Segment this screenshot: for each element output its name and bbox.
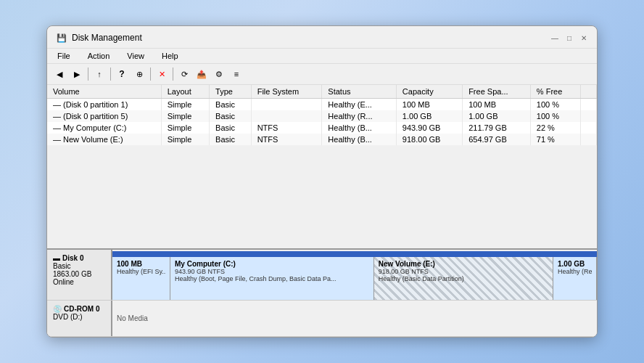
disk0-icon: ▬ (53, 254, 60, 262)
back-button[interactable]: ◀ (51, 66, 67, 82)
title-bar-left: 💾 Disk Management (56, 32, 142, 44)
cell-free: 100 MB (463, 99, 531, 111)
cell-fs (251, 99, 322, 111)
properties-button[interactable]: ⚙ (211, 66, 227, 82)
close-button[interactable]: ✕ (579, 33, 588, 42)
menu-file[interactable]: File (53, 50, 75, 62)
minimize-button[interactable]: — (550, 33, 559, 42)
cell-free: 1.00 GB (463, 110, 531, 122)
cell-fs: NTFS (251, 122, 322, 134)
partition-c-status: Healthy (Boot, Page File, Crash Dump, Ba… (175, 275, 369, 282)
cell-type: Basic (210, 122, 252, 134)
cdrom0-label: 💿 CD-ROM 0 DVD (D:) (47, 301, 112, 336)
table-row[interactable]: — (Disk 0 partition 5) Simple Basic Heal… (47, 110, 597, 122)
title-bar: 💾 Disk Management — □ ✕ (47, 26, 597, 49)
cell-fs: NTFS (251, 134, 322, 145)
partition-c[interactable]: My Computer (C:) 943.90 GB NTFS Healthy … (170, 257, 374, 300)
cdrom0-icon: 💿 (53, 305, 62, 313)
cell-layout: Simple (161, 122, 209, 134)
cell-fs (251, 110, 322, 122)
cell-layout: Simple (161, 110, 209, 122)
cell-volume: — My Computer (C:) (47, 122, 161, 134)
partitions-row: 100 MB Healthy (EFI Sy... My Computer (C… (112, 257, 597, 300)
toolbar-separator-2 (110, 68, 111, 81)
toolbar-separator-3 (150, 68, 151, 81)
table-row[interactable]: — (Disk 0 partition 1) Simple Basic Heal… (47, 99, 597, 111)
partition-recovery-status: Healthy (Recovery Partiti... (558, 268, 592, 275)
cell-free: 654.97 GB (463, 134, 531, 145)
col-status: Status (322, 85, 397, 99)
cdrom0-row: 💿 CD-ROM 0 DVD (D:) No Media (47, 301, 597, 337)
partition-efi[interactable]: 100 MB Healthy (EFI Sy... (112, 257, 170, 300)
menu-action[interactable]: Action (83, 50, 115, 62)
cell-volume: — (Disk 0 partition 5) (47, 110, 161, 122)
main-content: Volume Layout Type File System Status Ca… (47, 85, 597, 337)
cell-extra (580, 99, 596, 111)
menu-view[interactable]: View (123, 50, 149, 62)
export-button[interactable]: 📤 (194, 66, 210, 82)
col-layout: Layout (161, 85, 209, 99)
settings-button[interactable]: ≡ (228, 66, 244, 82)
partition-e[interactable]: New Volume (E:) 918.00 GB NTFS Healthy (… (374, 257, 553, 300)
cell-type: Basic (210, 110, 252, 122)
col-capacity: Capacity (396, 85, 462, 99)
partition-e-name: New Volume (E:) (379, 260, 548, 268)
cell-capacity: 918.00 GB (396, 134, 462, 145)
menu-help[interactable]: Help (157, 50, 183, 62)
partition-efi-status: Healthy (EFI Sy... (117, 268, 165, 275)
up-button[interactable]: ↑ (91, 66, 107, 82)
cell-volume: — New Volume (E:) (47, 134, 161, 145)
refresh-button[interactable]: ⟳ (176, 66, 192, 82)
menu-bar: File Action View Help (47, 49, 597, 64)
cell-extra (580, 134, 596, 145)
disk0-size: 1863.00 GB (53, 270, 105, 278)
cell-volume: — (Disk 0 partition 1) (47, 99, 161, 111)
partition-c-name: My Computer (C:) (175, 260, 369, 268)
disk0-bar (112, 251, 597, 257)
maximize-button[interactable]: □ (565, 33, 574, 42)
delete-button[interactable]: ✕ (154, 66, 170, 82)
cell-layout: Simple (161, 99, 209, 111)
cell-percent: 22 % (530, 122, 580, 134)
toolbar-separator-4 (173, 68, 173, 81)
col-free: Free Spa... (463, 85, 531, 99)
cell-status: Healthy (R... (322, 110, 397, 122)
cell-capacity: 1.00 GB (396, 110, 462, 122)
disk-area: ▬ Disk 0 Basic 1863.00 GB Online 100 MB … (47, 250, 597, 337)
cell-percent: 100 % (530, 99, 580, 111)
col-extra (580, 85, 596, 99)
table-body: — (Disk 0 partition 1) Simple Basic Heal… (47, 99, 597, 146)
help-button[interactable]: ? (114, 66, 130, 82)
cell-status: Healthy (B... (322, 134, 397, 145)
toolbar-separator-1 (88, 68, 88, 81)
forward-button[interactable]: ▶ (69, 66, 85, 82)
window-controls: — □ ✕ (550, 33, 588, 42)
toolbar: ◀ ▶ ↑ ? ⊕ ✕ ⟳ 📤 ⚙ ≡ (47, 64, 597, 85)
connect-button[interactable]: ⊕ (131, 66, 147, 82)
cell-free: 211.79 GB (463, 122, 531, 134)
table-row[interactable]: — My Computer (C:) Simple Basic NTFS Hea… (47, 122, 597, 134)
disk0-status: Online (53, 278, 105, 286)
cell-capacity: 100 MB (396, 99, 462, 111)
cell-type: Basic (210, 99, 252, 111)
cell-capacity: 943.90 GB (396, 122, 462, 134)
disk0-type: Basic (53, 262, 105, 270)
col-percent: % Free (530, 85, 580, 99)
cdrom0-status: No Media (117, 314, 148, 322)
col-filesystem: File System (251, 85, 322, 99)
table-row[interactable]: — New Volume (E:) Simple Basic NTFS Heal… (47, 134, 597, 145)
cell-extra (580, 110, 596, 122)
volumes-grid: Volume Layout Type File System Status Ca… (47, 85, 597, 145)
cell-layout: Simple (161, 134, 209, 145)
app-icon: 💾 (56, 32, 67, 44)
disk0-name: Disk 0 (62, 254, 83, 262)
cell-status: Healthy (E... (322, 99, 397, 111)
table-header: Volume Layout Type File System Status Ca… (47, 85, 597, 99)
disk-management-window: 💾 Disk Management — □ ✕ File Action View… (46, 25, 598, 338)
partition-c-size: 943.90 GB NTFS (175, 268, 369, 275)
disk0-label: ▬ Disk 0 Basic 1863.00 GB Online (47, 250, 112, 300)
col-type: Type (210, 85, 252, 99)
volume-table: Volume Layout Type File System Status Ca… (47, 85, 597, 250)
window-title: Disk Management (72, 33, 142, 43)
partition-recovery[interactable]: 1.00 GB Healthy (Recovery Partiti... (553, 257, 597, 300)
